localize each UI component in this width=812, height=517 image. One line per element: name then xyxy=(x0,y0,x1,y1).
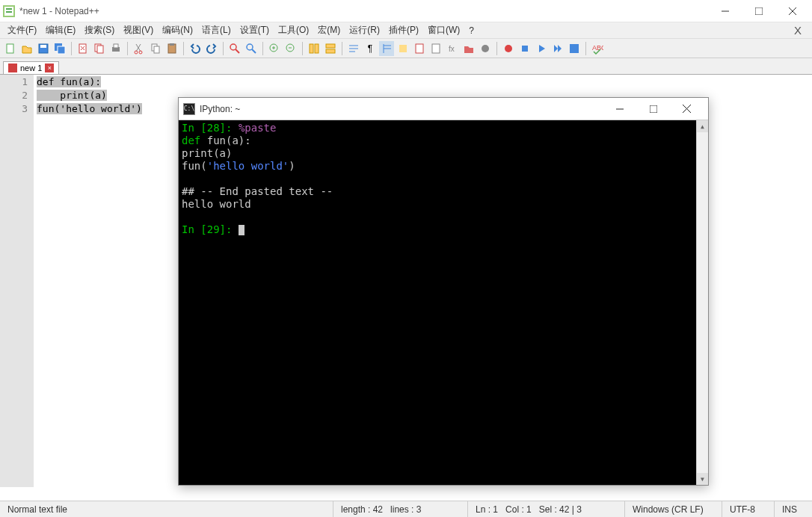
cmd-icon: C:\ xyxy=(183,103,195,115)
print-icon[interactable] xyxy=(108,41,123,56)
menu-search[interactable]: 搜索(S) xyxy=(80,22,119,38)
status-col: Col : 1 xyxy=(505,504,532,515)
line-gutter: 1 2 3 xyxy=(0,75,34,487)
open-file-icon[interactable] xyxy=(19,41,34,56)
window-titlebar: *new 1 - Notepad++ xyxy=(0,0,812,22)
ipy-str: 'hello world' xyxy=(207,160,289,172)
close-icon[interactable] xyxy=(76,41,90,56)
ipy-close-button[interactable] xyxy=(670,99,704,120)
svg-rect-49 xyxy=(432,44,440,53)
svg-point-51 xyxy=(482,45,489,52)
ipy-kw: def xyxy=(182,134,200,146)
wordwrap-icon[interactable] xyxy=(346,41,361,56)
tab-close-icon[interactable]: × xyxy=(45,64,54,72)
menu-edit[interactable]: 编辑(E) xyxy=(41,22,80,38)
svg-rect-25 xyxy=(154,46,159,53)
close-button[interactable] xyxy=(775,0,809,22)
ipy-code: ) xyxy=(289,160,295,172)
status-lines: lines : 3 xyxy=(390,504,421,515)
menu-file[interactable]: 文件(F) xyxy=(3,22,41,38)
scroll-down-icon[interactable]: ▼ xyxy=(697,473,708,485)
status-eol: Windows (CR LF) xyxy=(625,501,722,517)
save-macro-icon[interactable] xyxy=(567,41,582,56)
ipy-end: ## -- End pasted text -- xyxy=(182,185,333,197)
redo-icon[interactable] xyxy=(204,41,219,56)
code-line: fun('hello world') xyxy=(37,103,142,114)
menu-help[interactable]: ? xyxy=(464,24,479,37)
tab-label: new 1 xyxy=(20,64,42,72)
svg-rect-39 xyxy=(326,44,335,48)
menu-tools[interactable]: 工具(O) xyxy=(274,22,313,38)
menu-plugins[interactable]: 插件(P) xyxy=(384,22,423,38)
ipy-magic: %paste xyxy=(239,122,277,134)
close-document-button[interactable]: X xyxy=(787,24,809,37)
func-list-icon[interactable]: fx xyxy=(445,41,460,56)
zoom-out-icon[interactable] xyxy=(283,41,298,56)
stop-macro-icon[interactable] xyxy=(517,41,532,56)
folder-icon[interactable] xyxy=(461,41,476,56)
ipy-minimize-button[interactable] xyxy=(603,99,636,120)
zoom-in-icon[interactable] xyxy=(267,41,282,56)
tab-new1[interactable]: new 1 × xyxy=(3,61,59,74)
menu-run[interactable]: 运行(R) xyxy=(345,22,384,38)
svg-rect-19 xyxy=(114,44,118,48)
ipy-maximize-button[interactable] xyxy=(636,99,670,120)
indent-guide-icon[interactable] xyxy=(379,41,394,56)
close-all-icon[interactable] xyxy=(92,41,107,56)
svg-rect-12 xyxy=(58,46,65,54)
ipy-prompt: In [28]: xyxy=(182,122,232,134)
all-chars-icon[interactable]: ¶ xyxy=(363,41,378,56)
undo-icon[interactable] xyxy=(188,41,203,56)
spellcheck-icon[interactable]: ABC xyxy=(590,41,605,56)
menu-macro[interactable]: 宏(M) xyxy=(313,22,345,38)
svg-point-52 xyxy=(505,45,512,52)
play-macro-icon[interactable] xyxy=(534,41,549,56)
line-number: 1 xyxy=(0,75,28,89)
svg-text:ABC: ABC xyxy=(592,44,603,52)
svg-rect-53 xyxy=(522,46,528,52)
svg-rect-57 xyxy=(650,105,657,113)
svg-rect-3 xyxy=(6,11,12,13)
ipython-terminal[interactable]: In [28]: %paste def fun(a): print(a) fun… xyxy=(179,120,708,485)
svg-rect-48 xyxy=(416,44,423,53)
sync-v-icon[interactable] xyxy=(307,41,322,56)
save-all-icon[interactable] xyxy=(52,41,67,56)
code-line: print(a) xyxy=(37,90,107,101)
cut-icon[interactable] xyxy=(132,41,147,56)
svg-text:fx: fx xyxy=(449,45,455,53)
monitor-icon[interactable] xyxy=(478,41,493,56)
menu-window[interactable]: 窗口(W) xyxy=(423,22,464,38)
svg-rect-8 xyxy=(7,44,13,53)
play-multi-icon[interactable] xyxy=(550,41,565,56)
status-bar: Normal text file length : 42 lines : 3 L… xyxy=(0,501,812,517)
copy-icon[interactable] xyxy=(148,41,163,56)
app-icon xyxy=(3,5,15,17)
status-insert: INS xyxy=(775,501,812,517)
menu-view[interactable]: 视图(V) xyxy=(119,22,158,38)
find-icon[interactable] xyxy=(227,41,242,56)
record-macro-icon[interactable] xyxy=(501,41,516,56)
menu-encoding[interactable]: 编码(N) xyxy=(158,22,197,38)
doc-map-icon[interactable] xyxy=(412,41,427,56)
new-file-icon[interactable] xyxy=(3,41,18,56)
cursor xyxy=(239,225,244,235)
paste-icon[interactable] xyxy=(164,41,179,56)
maximize-button[interactable] xyxy=(742,0,775,22)
status-encoding: UTF-8 xyxy=(722,501,775,517)
doc-list-icon[interactable] xyxy=(428,41,443,56)
ipython-window[interactable]: C:\ IPython: ~ In [28]: %paste def fun(a… xyxy=(178,97,709,486)
svg-line-29 xyxy=(236,49,239,53)
udl-icon[interactable] xyxy=(396,41,410,56)
ipython-titlebar[interactable]: C:\ IPython: ~ xyxy=(179,98,708,120)
tab-bar: new 1 × xyxy=(0,58,812,75)
save-icon[interactable] xyxy=(36,41,51,56)
ipy-scrollbar[interactable]: ▲ ▼ xyxy=(696,120,708,485)
minimize-button[interactable] xyxy=(708,0,742,22)
replace-icon[interactable] xyxy=(244,41,259,56)
menu-language[interactable]: 语言(L) xyxy=(197,22,236,38)
scroll-track[interactable] xyxy=(697,132,708,473)
scroll-up-icon[interactable]: ▲ xyxy=(697,120,708,132)
sync-h-icon[interactable] xyxy=(323,41,338,56)
menu-settings[interactable]: 设置(T) xyxy=(236,22,274,38)
svg-rect-2 xyxy=(6,8,12,10)
